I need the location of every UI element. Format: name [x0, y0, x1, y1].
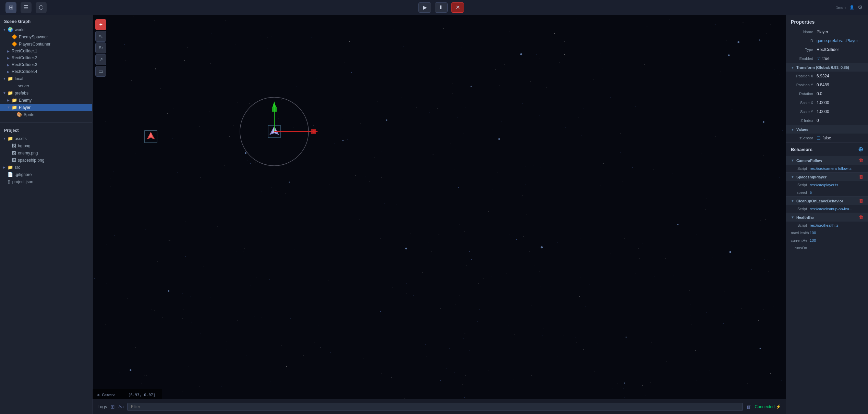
scene-tree-item-server[interactable]: —server: [0, 82, 92, 89]
project-tree-item-assets[interactable]: ▼📁assets: [0, 135, 92, 142]
logs-grid-icon[interactable]: ⊞: [110, 404, 115, 410]
script-value-SpaceshipPlayer[interactable]: res://src/player.ts: [810, 183, 838, 187]
scene-tree-item-players-container[interactable]: 🔶PlayersContainer: [0, 40, 92, 48]
project-tree-item-gitignore[interactable]: 📄.gitignore: [0, 171, 92, 178]
tool-scale[interactable]: ↗: [95, 54, 106, 65]
label-gitignore: .gitignore: [15, 172, 32, 177]
label-rect-collider-4: RectCollider.4: [12, 69, 37, 74]
topbar-center: ▶ ⏸ ✕: [418, 2, 464, 13]
label-enemy-spawner: EnemySpawner: [19, 35, 48, 39]
icon-project-json: {}: [8, 179, 11, 184]
issensor-checkbox[interactable]: ☐: [817, 136, 821, 141]
enabled-checkbox[interactable]: ☑: [817, 56, 821, 61]
behavior-arrow-CameraFollow: ▼: [791, 159, 794, 162]
values-label: Values: [796, 127, 863, 131]
label-enemy-png: enemy.png: [18, 151, 38, 155]
label-world: world: [15, 27, 25, 32]
label-bg-png: bg.png: [18, 143, 31, 148]
project-tree: ▼📁assets 🖼bg.png 🖼enemy.png 🖼spaceship.p…: [0, 135, 92, 185]
grid-icon[interactable]: ⊞: [5, 2, 16, 13]
scene-tree-item-enemy-spawner[interactable]: 🔶EnemySpawner: [0, 33, 92, 40]
prop-posx-value[interactable]: 6.9324: [817, 74, 863, 78]
behavior-delete-SpaceshipPlayer[interactable]: 🗑: [859, 174, 863, 179]
behavior-title-spaceshipplayer[interactable]: ▼SpaceshipPlayer🗑: [786, 173, 868, 181]
icon-players-container: 🔶: [12, 41, 17, 47]
tool-rect[interactable]: ▭: [95, 66, 106, 77]
prop-value-speed[interactable]: 5: [810, 190, 812, 195]
prop-rotation-value[interactable]: 0.0: [817, 91, 863, 96]
prop-value-maxHealth[interactable]: 100: [810, 231, 816, 235]
label-src: src: [15, 165, 20, 170]
prop-posy-row: Position Y 0.8489: [786, 80, 868, 89]
play-button[interactable]: ▶: [418, 2, 431, 13]
pause-button[interactable]: ⏸: [435, 2, 448, 13]
arrow-prefabs: ▼: [3, 91, 8, 95]
scene-tree-item-rect-collider-4[interactable]: ▶RectCollider.4: [0, 68, 92, 75]
topbar-left: ⊞ ☰ ⬡: [5, 2, 47, 13]
prop-zindex-value[interactable]: 0: [817, 118, 863, 123]
graph-icon[interactable]: ⬡: [36, 2, 47, 13]
tool-rotate[interactable]: ↻: [95, 42, 106, 53]
script-value-CleanupOnLeaveBehavior[interactable]: res://src/cleanup-on-lea...: [810, 207, 852, 211]
scene-tree-item-rect-collider-2[interactable]: ▶RectCollider.2: [0, 54, 92, 61]
list-icon[interactable]: ☰: [21, 2, 32, 13]
script-value-CameraFollow[interactable]: res://src/camera-follow.ts: [810, 166, 852, 171]
project-title: Project: [0, 127, 92, 135]
label-assets: assets: [15, 136, 27, 141]
project-section: Project ▼📁assets 🖼bg.png 🖼enemy.png 🖼spa…: [0, 124, 92, 188]
icon-enemy: 📁: [12, 98, 17, 103]
logs-bar: Logs ⊞ Aa 🗑 Connected ⚡: [93, 399, 786, 414]
prop-enabled-row: Enabled ☑ true: [786, 54, 868, 63]
stop-button[interactable]: ✕: [451, 2, 464, 13]
behavior-delete-CameraFollow[interactable]: 🗑: [859, 158, 863, 163]
scene-tree-item-prefabs[interactable]: ▼📁prefabs: [0, 89, 92, 97]
transform-section-header[interactable]: ▼ Transform (Global: 6.93, 0.85): [786, 63, 868, 72]
project-tree-item-src[interactable]: ▶📁src: [0, 164, 92, 171]
logs-filter-input[interactable]: [127, 403, 743, 411]
prop-id-row: ID game.prefabs._.Player: [786, 36, 868, 45]
scene-tree-item-player[interactable]: ▼📁Player: [0, 104, 92, 111]
prop-posy-value[interactable]: 0.8489: [817, 83, 863, 87]
settings-icon[interactable]: ⚙: [858, 4, 863, 11]
behavior-title-cleanuponleavebehavior[interactable]: ▼CleanupOnLeaveBehavior🗑: [786, 197, 868, 205]
project-tree-item-bg-png[interactable]: 🖼bg.png: [0, 142, 92, 149]
behavior-arrow-HealthBar: ▼: [791, 215, 794, 219]
scene-tree-item-rect-collider-1[interactable]: ▶RectCollider.1: [0, 48, 92, 54]
enemy-sprite[interactable]: [145, 130, 157, 143]
player-gizmo[interactable]: [240, 97, 318, 166]
label-player: Player: [19, 105, 31, 110]
scene-tree-item-rect-collider-3[interactable]: ▶RectCollider.3: [0, 61, 92, 68]
behavior-title-camerafollow[interactable]: ▼CameraFollow🗑: [786, 156, 868, 165]
scene-tree-item-enemy[interactable]: ▶📁Enemy: [0, 97, 92, 104]
behaviors-header: Behaviors ⊕: [786, 142, 868, 156]
behavior-delete-HealthBar[interactable]: 🗑: [859, 215, 863, 220]
logs-aa-icon[interactable]: Aa: [118, 404, 124, 409]
prop-scaley-value[interactable]: 1.0000: [817, 109, 863, 114]
behavior-delete-CleanupOnLeaveBehavior[interactable]: 🗑: [859, 198, 863, 203]
scene-view[interactable]: ✦ ↖ ↻ ↗ ▭: [93, 15, 786, 414]
arrow-world: ▼: [3, 28, 8, 32]
logs-trash-icon[interactable]: 🗑: [746, 404, 751, 410]
scene-tree-item-sprite[interactable]: 🎨Sprite: [0, 111, 92, 118]
prop-id-value[interactable]: game.prefabs._.Player: [817, 38, 863, 43]
add-behavior-button[interactable]: ⊕: [858, 146, 863, 153]
tool-arrow[interactable]: ↖: [95, 31, 106, 42]
tool-move[interactable]: ✦: [95, 19, 106, 30]
right-panel: Properties Name Player ID game.prefabs._…: [786, 15, 868, 414]
prop-scaley-label: Scale Y: [791, 110, 817, 114]
prop-value-runsOn[interactable]: ...: [810, 246, 813, 250]
prop-name-row: Name Player: [786, 27, 868, 36]
label-enemy: Enemy: [19, 98, 32, 103]
project-tree-item-spaceship-png[interactable]: 🖼spaceship.png: [0, 156, 92, 164]
scene-tree-item-world[interactable]: ▼🌍world: [0, 26, 92, 33]
prop-label-runsOn: runsOn: [791, 246, 810, 250]
scene-graph-title: Scene Graph: [0, 18, 92, 26]
values-section-header[interactable]: ▼ Values: [786, 125, 868, 134]
prop-scalex-value[interactable]: 1.0000: [817, 100, 863, 105]
behavior-title-healthbar[interactable]: ▼HealthBar🗑: [786, 213, 868, 222]
scene-tree-item-local[interactable]: ▼📁local: [0, 75, 92, 82]
project-tree-item-project-json[interactable]: {}project.json: [0, 178, 92, 185]
prop-value-currentHe...[interactable]: 100: [810, 238, 816, 242]
project-tree-item-enemy-png[interactable]: 🖼enemy.png: [0, 149, 92, 156]
script-value-HealthBar[interactable]: res://src/health.ts: [810, 223, 839, 227]
